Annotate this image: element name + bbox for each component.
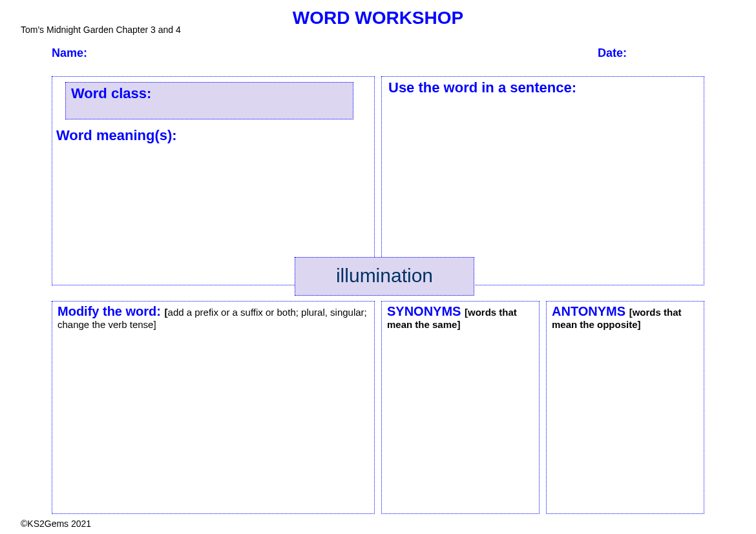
modify-box: Modify the word: [add a prefix or a suff… [52, 301, 375, 514]
sentence-label: Use the word in a sentence: [382, 77, 704, 99]
date-label: Date: [598, 46, 627, 60]
name-label: Name: [52, 46, 87, 60]
target-word: illumination [295, 257, 474, 296]
copyright: ©KS2Gems 2021 [21, 519, 91, 529]
modify-heading: Modify the word: [58, 304, 165, 318]
word-class-label: Word class: [71, 85, 348, 102]
sentence-box: Use the word in a sentence: [381, 76, 704, 285]
chapter-subtitle: Tom's Midnight Garden Chapter 3 and 4 [21, 25, 181, 35]
antonyms-box: ANTONYMS [words that mean the opposite] [546, 301, 704, 514]
word-class-box: Word class: [65, 82, 353, 119]
word-info-box: Word class: Word meaning(s): [52, 76, 375, 285]
synonyms-box: SYNONYMS [words that mean the same] [381, 301, 540, 514]
modify-bracket-close: ] [153, 319, 156, 330]
word-meanings-label: Word meaning(s): [56, 127, 177, 144]
antonyms-heading: ANTONYMS [552, 304, 629, 318]
synonyms-heading: SYNONYMS [387, 304, 465, 318]
name-date-row: Name: Date: [0, 46, 756, 60]
